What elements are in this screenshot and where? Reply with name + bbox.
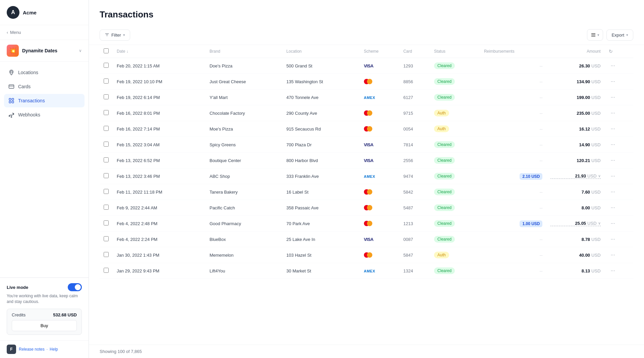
reimbursement-badge: 2.10 USD: [520, 173, 542, 180]
row-checkbox[interactable]: [104, 236, 109, 241]
no-reimbursement: --: [540, 237, 543, 242]
col-date[interactable]: Date ↓: [113, 45, 206, 58]
status-badge: Auth: [434, 110, 449, 116]
amount-container: 16.12 USD: [550, 126, 600, 132]
col-location[interactable]: Location: [282, 45, 360, 58]
cell-date: Jan 29, 2022 9:43 PM: [113, 263, 206, 279]
col-status[interactable]: Status: [430, 45, 480, 58]
table-row: Feb 16, 2022 8:01 PMChocolate Factory290…: [100, 105, 633, 121]
cell-location: 700 Plaza Dr: [282, 137, 360, 153]
col-card[interactable]: Card: [399, 45, 430, 58]
sidebar-item-cards[interactable]: Cards: [4, 80, 85, 93]
row-actions-button[interactable]: ···: [609, 125, 617, 133]
cell-date: Feb 15, 2022 3:04 AM: [113, 137, 206, 153]
amex-logo: AMEX: [364, 269, 375, 273]
refresh-button[interactable]: ↻: [609, 49, 613, 54]
brand-selector[interactable]: 💥 Dynamite Dates ∨: [0, 40, 89, 62]
cell-location: 135 Washington St: [282, 74, 360, 90]
export-button[interactable]: Export ▾: [606, 30, 633, 41]
row-checkbox[interactable]: [104, 110, 109, 115]
filter-button[interactable]: Filter ▾: [100, 30, 130, 41]
select-all-checkbox[interactable]: [104, 48, 109, 53]
col-scheme[interactable]: Scheme: [360, 45, 399, 58]
cell-location: 70 Park Ave: [282, 216, 360, 232]
row-checkbox[interactable]: [104, 173, 109, 178]
cell-status: Auth: [430, 105, 480, 121]
row-actions-button[interactable]: ···: [609, 204, 617, 211]
row-checkbox[interactable]: [104, 157, 109, 162]
sidebar-item-transactions[interactable]: Transactions: [4, 94, 85, 107]
row-actions-button[interactable]: ···: [609, 188, 617, 196]
visa-logo: VISA: [364, 63, 373, 68]
cell-location: 25 Lake Ave In: [282, 232, 360, 247]
row-checkbox[interactable]: [104, 63, 109, 68]
release-notes-link[interactable]: Release notes: [19, 347, 45, 352]
amount-chevron-icon[interactable]: ∨: [598, 174, 601, 178]
row-actions-button[interactable]: ···: [609, 78, 617, 85]
cell-brand: Boutique Center: [206, 153, 282, 168]
row-actions-button[interactable]: ···: [609, 109, 617, 117]
sidebar-item-locations[interactable]: Locations: [4, 66, 85, 79]
cell-location: 470 Tonnele Ave: [282, 90, 360, 105]
cell-reimbursement: --: [480, 121, 547, 137]
help-link[interactable]: Help: [50, 347, 58, 352]
row-checkbox[interactable]: [104, 189, 109, 194]
row-checkbox[interactable]: [104, 268, 109, 273]
buy-button[interactable]: Buy: [12, 320, 77, 331]
svg-rect-1: [9, 85, 14, 89]
svg-point-0: [10, 71, 12, 73]
cell-card: 5487: [399, 200, 430, 216]
row-actions-button[interactable]: ···: [609, 236, 617, 243]
cell-actions: ···: [605, 200, 633, 216]
amount-chevron-icon[interactable]: ∨: [598, 221, 601, 225]
live-mode-toggle[interactable]: [68, 283, 82, 291]
amount-value: 26.30: [579, 63, 590, 68]
menu-toggle[interactable]: ‹ Menu: [0, 25, 89, 40]
amount-container: 199.00 USD: [550, 95, 600, 100]
row-actions-button[interactable]: ···: [609, 172, 617, 180]
amount-container: 134.90 USD: [550, 79, 600, 84]
row-actions-button[interactable]: ···: [609, 157, 617, 164]
row-actions-button[interactable]: ···: [609, 220, 617, 227]
cell-actions: ···: [605, 247, 633, 263]
footer-separator: ·: [47, 347, 48, 352]
cell-reimbursement: --: [480, 58, 547, 74]
row-checkbox[interactable]: [104, 79, 109, 84]
cell-brand: Pacific Catch: [206, 200, 282, 216]
col-amount[interactable]: Amount: [546, 45, 604, 58]
row-actions-button[interactable]: ···: [609, 267, 617, 274]
toggle-knob: [75, 284, 81, 290]
row-checkbox[interactable]: [104, 126, 109, 131]
cell-amount: 21.93 USD∨: [546, 168, 604, 184]
cell-location: 333 Franklin Ave: [282, 168, 360, 184]
cell-scheme: [360, 121, 399, 137]
row-actions-button[interactable]: ···: [609, 62, 617, 69]
col-brand[interactable]: Brand: [206, 45, 282, 58]
row-checkbox[interactable]: [104, 142, 109, 147]
sidebar-item-webhooks[interactable]: Webhooks: [4, 108, 85, 121]
mc-right-circle: [367, 189, 372, 195]
amount-value: 8.00: [582, 205, 590, 210]
live-mode-label: Live mode: [7, 285, 28, 290]
cell-brand: Doe's Pizza: [206, 58, 282, 74]
mastercard-logo: [364, 252, 395, 258]
row-checkbox[interactable]: [104, 205, 109, 210]
cell-status: Cleared: [430, 216, 480, 232]
row-actions-button[interactable]: ···: [609, 141, 617, 148]
amount-value: 14.90: [579, 142, 590, 147]
toolbar-right: ▾ Export ▾: [587, 29, 633, 41]
table-row: Jan 29, 2022 9:43 PMLift4You30 Market St…: [100, 263, 633, 279]
view-toggle-button[interactable]: ▾: [587, 29, 603, 41]
status-badge: Cleared: [434, 157, 455, 164]
table-row: Feb 20, 2022 1:15 AMDoe's Pizza500 Grand…: [100, 58, 633, 74]
col-reimbursements[interactable]: Reimbursements: [480, 45, 547, 58]
row-actions-button[interactable]: ···: [609, 94, 617, 101]
row-checkbox[interactable]: [104, 220, 109, 225]
row-actions-button[interactable]: ···: [609, 251, 617, 259]
svg-rect-5: [9, 101, 11, 103]
no-reimbursement: --: [540, 158, 543, 163]
sidebar: A Acme ‹ Menu 💥 Dynamite Dates ∨ Locatio…: [0, 0, 89, 358]
row-checkbox[interactable]: [104, 94, 109, 99]
row-checkbox[interactable]: [104, 252, 109, 257]
cell-reimbursement: --: [480, 263, 547, 279]
